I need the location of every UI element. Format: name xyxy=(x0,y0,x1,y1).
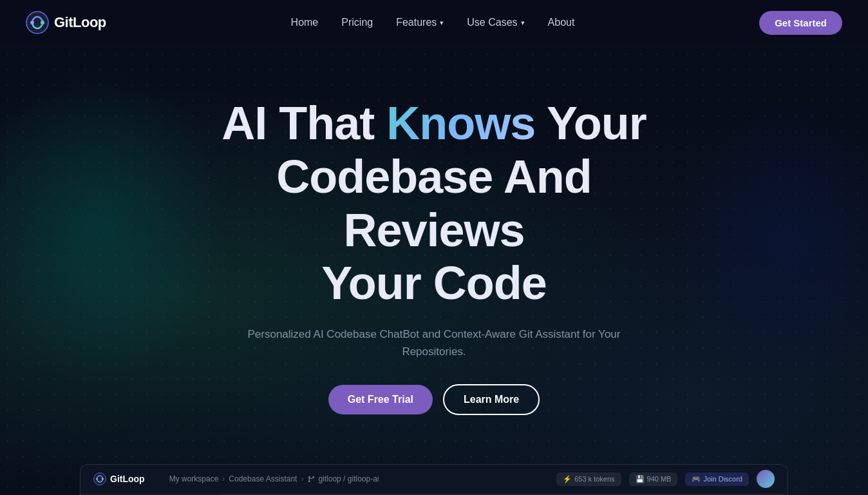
breadcrumb-workspace: My workspace xyxy=(169,474,219,483)
discord-icon: 🎮 xyxy=(692,475,701,483)
get-free-trial-button[interactable]: Get Free Trial xyxy=(328,385,433,414)
memory-value: 940 MB xyxy=(647,475,672,483)
brand-name: GitLoop xyxy=(54,14,106,31)
hero-title-line2: Codebase And Reviews xyxy=(276,151,591,256)
nav-link-pricing[interactable]: Pricing xyxy=(341,17,373,28)
gitloop-logo-icon xyxy=(26,11,49,34)
tokens-icon: ⚡ xyxy=(563,475,572,483)
app-small-logo-icon xyxy=(93,472,106,485)
breadcrumb-git: gitloop / gitloop-ai xyxy=(307,474,379,483)
hero-subtitle: Personalized AI Codebase ChatBot and Con… xyxy=(247,325,621,360)
use-cases-chevron-icon: ▾ xyxy=(521,19,525,27)
breadcrumb-repo: gitloop / gitloop-ai xyxy=(318,474,379,483)
tokens-badge: ⚡ 653 k tokens xyxy=(556,472,621,486)
hero-title-highlight: Knows xyxy=(386,97,535,149)
svg-point-3 xyxy=(94,473,106,485)
hero-title: AI That Knows Your Codebase And Reviews … xyxy=(193,97,675,310)
breadcrumb-section: Codebase Assistant xyxy=(229,474,297,483)
get-started-button[interactable]: Get Started xyxy=(759,11,842,35)
hero-title-part1: AI That xyxy=(222,97,386,149)
logo[interactable]: GitLoop xyxy=(26,11,106,34)
nav-item-features[interactable]: Features ▾ xyxy=(396,17,444,28)
nav-link-features[interactable]: Features ▾ xyxy=(396,17,444,28)
memory-icon: 💾 xyxy=(636,475,645,483)
hero-title-line3: Your Code xyxy=(321,257,547,309)
svg-point-7 xyxy=(313,476,315,478)
learn-more-button[interactable]: Learn More xyxy=(443,384,540,415)
app-topbar-right: ⚡ 653 k tokens 💾 940 MB 🎮 Join Discord xyxy=(556,470,775,488)
svg-point-6 xyxy=(308,476,310,478)
navbar: GitLoop Home Pricing Features ▾ Use Case… xyxy=(0,0,868,45)
svg-point-8 xyxy=(308,480,310,482)
nav-item-about[interactable]: About xyxy=(548,17,575,28)
nav-item-use-cases[interactable]: Use Cases ▾ xyxy=(467,17,524,28)
discord-badge[interactable]: 🎮 Join Discord xyxy=(685,472,749,486)
app-topbar: GitLoop My workspace › Codebase Assistan… xyxy=(80,465,788,494)
features-chevron-icon: ▾ xyxy=(440,19,444,27)
svg-point-0 xyxy=(26,12,48,34)
hero-buttons: Get Free Trial Learn More xyxy=(328,384,540,415)
breadcrumb-sep-2: › xyxy=(301,474,303,483)
tokens-value: 653 k tokens xyxy=(574,475,614,483)
app-logo-text: GitLoop xyxy=(110,474,145,484)
user-avatar xyxy=(757,470,775,488)
nav-links: Home Pricing Features ▾ Use Cases ▾ Abou… xyxy=(291,17,575,28)
app-breadcrumb: My workspace › Codebase Assistant › gitl… xyxy=(169,474,379,483)
breadcrumb-sep-1: › xyxy=(222,474,225,483)
discord-label: Join Discord xyxy=(703,475,742,483)
memory-badge: 💾 940 MB xyxy=(629,472,678,486)
app-logo-small: GitLoop xyxy=(93,472,145,485)
nav-item-pricing[interactable]: Pricing xyxy=(341,17,373,28)
nav-link-home[interactable]: Home xyxy=(291,17,319,28)
hero-section: AI That Knows Your Codebase And Reviews … xyxy=(0,45,868,415)
git-icon xyxy=(307,475,316,483)
app-preview: GitLoop My workspace › Codebase Assistan… xyxy=(80,464,788,495)
hero-title-part2: Your xyxy=(535,97,646,149)
nav-link-use-cases[interactable]: Use Cases ▾ xyxy=(467,17,524,28)
nav-item-home[interactable]: Home xyxy=(291,17,319,28)
app-topbar-left: GitLoop My workspace › Codebase Assistan… xyxy=(93,472,379,485)
nav-link-about[interactable]: About xyxy=(548,17,575,28)
